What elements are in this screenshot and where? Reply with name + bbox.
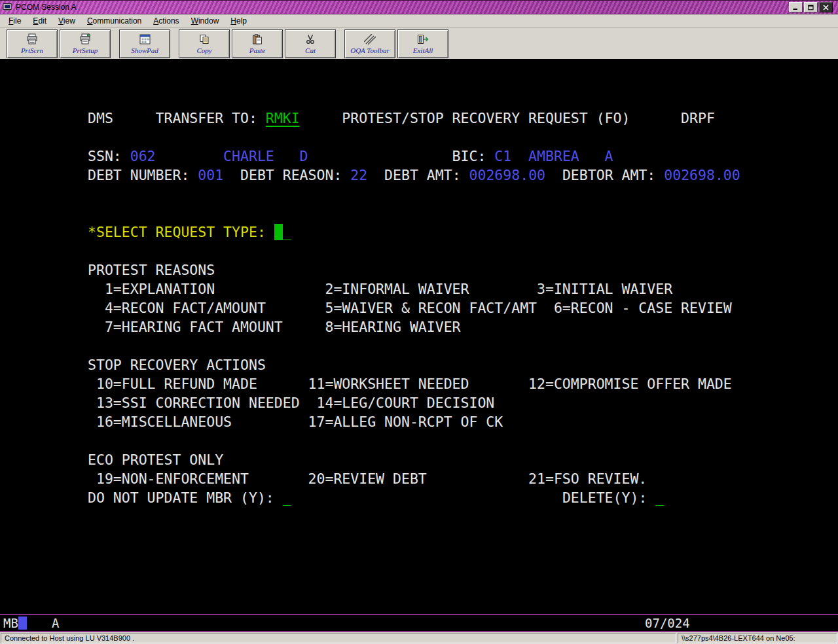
toolbar-button-label: PrtSetup	[73, 46, 98, 54]
pcom-window: PCOM Session A FileEditViewCommunication…	[0, 0, 838, 644]
toolbar-button-paste[interactable]: Paste	[232, 29, 283, 58]
debt-number-value: 001	[198, 167, 223, 183]
terminal-line-14: 10=FULL REFUND MADE 11=WORKSHEET NEEDED …	[88, 374, 732, 393]
app-icon	[3, 3, 13, 12]
toolbar-button-label: OQA Toolbar	[350, 46, 390, 54]
do-not-update-mbr-label: DO NOT UPDATE MBR (Y):	[88, 490, 283, 506]
terminal-text: DMS TRANSFER TO:	[88, 110, 266, 126]
toolbar-button-label: ShowPad	[131, 46, 158, 54]
menu-item-file[interactable]: File	[3, 15, 27, 27]
delete-input[interactable]: _	[655, 490, 664, 506]
oqa-toolbar-icon	[364, 33, 376, 45]
minimize-button[interactable]	[789, 2, 803, 12]
ssn-name-value: 062 CHARLE D	[130, 148, 308, 164]
terminal-text: 10=FULL REFUND MADE 11=WORKSHEET NEEDED …	[88, 376, 732, 392]
toolbar-button-label: Cut	[305, 46, 316, 54]
menu-item-communication[interactable]: Communication	[81, 15, 147, 27]
bic-value: C1 AMBREA A	[494, 148, 613, 164]
debt-amt-value: 002698.00	[469, 167, 546, 183]
terminal-line-0: DMS TRANSFER TO: RMKI PROTEST/STOP RECOV…	[88, 109, 715, 128]
toolbar-button-oqa-toolbar[interactable]: OQA Toolbar	[344, 29, 395, 58]
maximize-icon	[808, 5, 814, 10]
paste-icon	[252, 33, 263, 45]
status-bar: Connected to Host using LU V314B900 . \\…	[0, 632, 838, 644]
eco-protest-only-heading: ECO PROTEST ONLY	[88, 452, 223, 468]
window-controls	[789, 2, 835, 12]
terminal-text: 16=MISCELLANEOUS 17=ALLEG NON-RCPT OF CK	[88, 414, 503, 430]
terminal-line-3: DEBT NUMBER: 001 DEBT REASON: 22 DEBT AM…	[88, 166, 740, 185]
terminal-line-18: ECO PROTEST ONLY	[88, 450, 223, 469]
terminal-text: 19=NON-ENFORCEMENT 20=REVIEW DEBT 21=FSO…	[88, 471, 647, 487]
terminal-text: DEBTOR AMT:	[545, 167, 664, 183]
toolbar-button-cut[interactable]: Cut	[285, 29, 336, 58]
terminal-line-11: 7=HEARING FACT AMOUNT 8=HEARING WAIVER	[88, 317, 461, 336]
toolbar-button-copy[interactable]: Copy	[179, 29, 230, 58]
copy-icon	[199, 33, 210, 45]
toolbar-button-prtsetup[interactable]: PrtSetup	[60, 29, 111, 58]
terminal-line-8: PROTEST REASONS	[88, 260, 215, 279]
terminal-line-2: SSN: 062 CHARLE D BIC: C1 AMBREA A	[88, 147, 613, 166]
menu-item-actions[interactable]: Actions	[147, 15, 185, 27]
terminal-line-19: 19=NON-ENFORCEMENT 20=REVIEW DEBT 21=FSO…	[88, 469, 647, 488]
toolbar-button-showpad[interactable]: ShowPad	[119, 29, 170, 58]
protest-reasons-heading: PROTEST REASONS	[88, 262, 215, 278]
menu-item-edit[interactable]: Edit	[27, 15, 52, 27]
cut-icon	[305, 33, 316, 45]
showpad-icon	[139, 33, 151, 45]
terminal-screen[interactable]: DMS TRANSFER TO: RMKI PROTEST/STOP RECOV…	[0, 59, 838, 614]
terminal-status-row: MB A 07/024	[0, 614, 838, 632]
oia-cursor-position: 07/024	[645, 615, 690, 631]
terminal-text: 1=EXPLANATION 2=INFORMAL WAIVER 3=INITIA…	[88, 281, 672, 297]
connection-status: Connected to Host using LU V314B900 .	[1, 633, 676, 643]
terminal-text: 4=RECON FACT/AMOUNT 5=WAIVER & RECON FAC…	[88, 300, 732, 316]
request-type-input-cursor[interactable]	[274, 224, 283, 240]
toolbar-button-label: Copy	[196, 46, 211, 54]
terminal-line-15: 13=SSI CORRECTION NEEDED 14=LEG/COURT DE…	[88, 393, 494, 412]
terminal-text: SSN:	[88, 148, 130, 164]
toolbar-button-label: ExitAll	[413, 46, 433, 54]
delete-label: DELETE(Y):	[291, 490, 656, 506]
oia-session-id: A	[52, 615, 59, 631]
terminal-line-13: STOP RECOVERY ACTIONS	[88, 355, 266, 374]
minimize-icon	[793, 5, 799, 10]
menu-item-help[interactable]: Help	[225, 15, 253, 27]
printer-mapping-status: \\s277ps4\4B26-LEXT644 on Ne05:	[678, 633, 837, 643]
terminal-text: PROTEST/STOP RECOVERY REQUEST (FO) DRPF	[300, 110, 715, 126]
close-icon	[823, 5, 829, 10]
terminal-text: BIC:	[308, 148, 495, 164]
toolbar-button-exitall[interactable]: ExitAll	[397, 29, 448, 58]
maximize-button[interactable]	[804, 2, 818, 12]
toolbar-button-label: Paste	[249, 46, 265, 54]
terminal-line-6: *SELECT REQUEST TYPE: _	[88, 223, 291, 241]
terminal-text: DEBT REASON:	[223, 167, 350, 183]
toolbar: PrtScrnPrtSetupShowPadCopyPasteCutOQA To…	[0, 28, 838, 59]
terminal-text: DEBT NUMBER:	[88, 167, 198, 183]
toolbar-button-label: PrtScrn	[21, 46, 43, 54]
oia-indicator: MB	[3, 615, 18, 631]
transfer-to-value[interactable]: RMKI	[266, 110, 300, 126]
stop-recovery-actions-heading: STOP RECOVERY ACTIONS	[88, 357, 266, 373]
select-request-type-label: *SELECT REQUEST TYPE:	[88, 224, 274, 240]
print-screen-icon	[26, 33, 38, 45]
window-title: PCOM Session A	[16, 3, 77, 12]
request-type-input[interactable]: _	[283, 224, 291, 240]
menubar: FileEditViewCommunicationActionsWindowHe…	[0, 14, 838, 28]
debtor-amt-value: 002698.00	[664, 167, 740, 183]
menu-item-view[interactable]: View	[52, 15, 81, 27]
exit-all-icon	[417, 33, 429, 45]
terminal-line-20: DO NOT UPDATE MBR (Y): _ DELETE(Y): _	[88, 488, 664, 507]
terminal-line-10: 4=RECON FACT/AMOUNT 5=WAIVER & RECON FAC…	[88, 298, 732, 317]
do-not-update-mbr-input[interactable]: _	[283, 490, 291, 506]
terminal-text: 7=HEARING FACT AMOUNT 8=HEARING WAIVER	[88, 319, 461, 335]
terminal-line-9: 1=EXPLANATION 2=INFORMAL WAIVER 3=INITIA…	[88, 279, 672, 298]
terminal-text: 13=SSI CORRECTION NEEDED 14=LEG/COURT DE…	[88, 395, 494, 411]
close-button[interactable]	[819, 2, 833, 12]
menu-item-window[interactable]: Window	[185, 15, 225, 27]
terminal-text: DEBT AMT:	[367, 167, 469, 183]
oia-cursor-block-icon	[18, 617, 27, 630]
toolbar-button-prtscrn[interactable]: PrtScrn	[7, 29, 58, 58]
debt-reason-value: 22	[350, 167, 367, 183]
terminal-line-16: 16=MISCELLANEOUS 17=ALLEG NON-RCPT OF CK	[88, 412, 503, 431]
printer-setup-icon	[79, 33, 91, 45]
titlebar[interactable]: PCOM Session A	[0, 0, 838, 14]
